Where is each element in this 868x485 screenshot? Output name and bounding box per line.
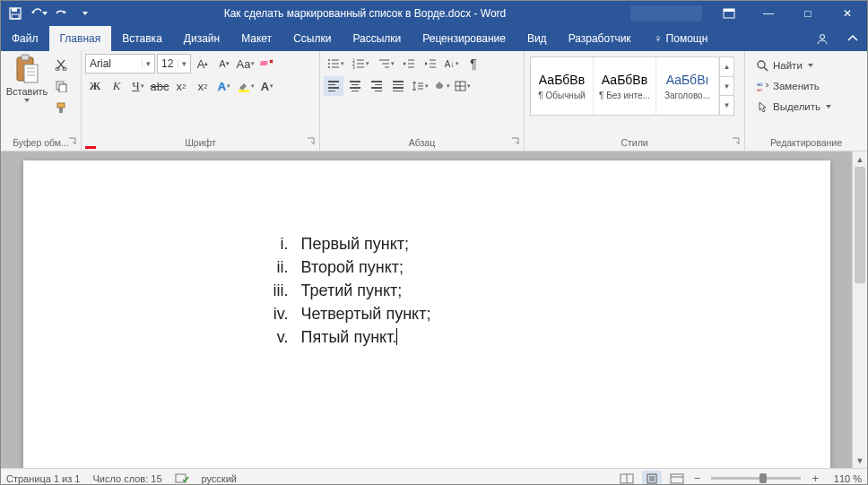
ribbon-display-options-button[interactable] — [709, 1, 749, 26]
document-scroll[interactable]: i.Первый пункт;ii.Второй пункт;iii.Трети… — [1, 152, 852, 468]
svg-text:3: 3 — [352, 65, 355, 69]
share-button[interactable] — [806, 26, 838, 51]
list-item[interactable]: i.Первый пункт; — [77, 232, 777, 255]
decrease-font-size-button[interactable]: A▾ — [214, 54, 234, 74]
multilevel-list-button[interactable] — [374, 54, 397, 74]
collapse-ribbon-button[interactable] — [838, 26, 867, 51]
styles-dialog-launcher[interactable] — [731, 136, 742, 148]
zoom-slider[interactable] — [711, 477, 801, 480]
strikethrough-button[interactable]: abc — [150, 76, 169, 96]
tab-разработчик[interactable]: Разработчик — [558, 26, 642, 51]
read-mode-button[interactable] — [617, 471, 637, 486]
align-right-button[interactable] — [367, 76, 386, 96]
style-item-2[interactable]: АаБбВıЗаголово... — [656, 57, 719, 115]
sort-button[interactable]: A↓ — [442, 54, 462, 74]
font-color-button[interactable]: A — [257, 76, 277, 96]
editing-group-label: Редактирование — [745, 134, 867, 151]
page[interactable]: i.Первый пункт;ii.Второй пункт;iii.Трети… — [23, 160, 830, 468]
maximize-button[interactable]: □ — [788, 1, 828, 26]
change-case-button[interactable]: Aa — [236, 54, 256, 74]
list-item[interactable]: iv.Четвертый пункт; — [77, 302, 777, 325]
cut-button[interactable] — [51, 56, 71, 74]
list-item[interactable]: v.Пятый пункт. — [77, 325, 777, 349]
numbering-button[interactable]: 123 — [349, 54, 372, 74]
styles-more[interactable]: ▼ — [720, 96, 733, 115]
quick-access-toolbar — [1, 4, 100, 22]
scroll-down-button[interactable]: ▼ — [853, 453, 867, 468]
bold-button[interactable]: Ж — [85, 76, 105, 96]
tab-главная[interactable]: Главная — [49, 26, 112, 51]
format-painter-button[interactable] — [51, 99, 71, 117]
styles-group-label: Стили — [525, 134, 744, 151]
shading-button[interactable] — [431, 76, 451, 96]
paste-button[interactable]: Вставить — [4, 54, 49, 134]
style-item-0[interactable]: АаБбВв¶ Обычный — [531, 57, 594, 115]
tab-рецензирование[interactable]: Рецензирование — [412, 26, 516, 51]
close-button[interactable]: ✕ — [828, 1, 867, 26]
superscript-button[interactable]: x2 — [193, 76, 213, 96]
tab-вставка[interactable]: Вставка — [111, 26, 173, 51]
clipboard-dialog-launcher[interactable] — [67, 136, 79, 148]
style-item-1[interactable]: АаБбВв¶ Без инте... — [594, 57, 656, 115]
tab-дизайн[interactable]: Дизайн — [173, 26, 230, 51]
text-effects-button[interactable]: A — [214, 76, 234, 96]
redo-button[interactable] — [53, 4, 71, 22]
tab-файл[interactable]: Файл — [1, 26, 49, 51]
styles-row-up[interactable]: ▲ — [720, 57, 733, 77]
font-name-combo[interactable]: Arial▾ — [85, 54, 155, 74]
select-button[interactable]: Выделить — [752, 97, 835, 117]
styles-row-down[interactable]: ▼ — [720, 77, 733, 97]
justify-button[interactable] — [388, 76, 408, 96]
font-size-combo[interactable]: 12▾ — [157, 54, 191, 74]
subscript-button[interactable]: x2 — [171, 76, 191, 96]
zoom-thumb[interactable] — [760, 473, 767, 483]
borders-button[interactable] — [453, 76, 473, 96]
customize-qat-button[interactable] — [76, 4, 94, 22]
account-badge[interactable] — [630, 5, 702, 22]
bullets-button[interactable] — [324, 54, 347, 74]
copy-button[interactable] — [51, 77, 71, 95]
line-spacing-button[interactable] — [410, 76, 430, 96]
undo-button[interactable] — [30, 4, 48, 22]
find-button[interactable]: Найти — [752, 56, 835, 75]
clear-formatting-button[interactable] — [257, 54, 277, 74]
status-bar: Страница 1 из 1 Число слов: 15 русский −… — [1, 468, 867, 485]
highlight-button[interactable] — [236, 76, 256, 96]
underline-button[interactable]: Ч — [128, 76, 148, 96]
show-marks-button[interactable]: ¶ — [464, 54, 483, 74]
paragraph-dialog-launcher[interactable] — [510, 136, 522, 148]
increase-font-size-button[interactable]: A▴ — [193, 54, 213, 74]
scroll-track[interactable] — [853, 167, 867, 453]
word-count[interactable]: Число слов: 15 — [92, 473, 161, 484]
replace-button[interactable]: abacЗаменить — [752, 76, 835, 96]
list-item[interactable]: iii.Третий пункт; — [77, 279, 777, 302]
scroll-up-button[interactable]: ▲ — [853, 152, 867, 167]
zoom-level[interactable]: 110 % — [826, 473, 862, 484]
increase-indent-button[interactable] — [421, 54, 440, 74]
web-layout-button[interactable] — [667, 471, 687, 486]
zoom-in-button[interactable]: + — [810, 472, 820, 485]
tab-рассылки[interactable]: Рассылки — [342, 26, 412, 51]
tab-вид[interactable]: Вид — [516, 26, 558, 51]
list-text: Четвертый пункт; — [301, 302, 431, 325]
vertical-scrollbar[interactable]: ▲ ▼ — [852, 152, 867, 468]
document-area: i.Первый пункт;ii.Второй пункт;iii.Трети… — [1, 152, 867, 468]
language-indicator[interactable]: русский — [202, 473, 237, 484]
spellcheck-icon[interactable] — [175, 472, 189, 484]
page-indicator[interactable]: Страница 1 из 1 — [6, 473, 80, 484]
align-center-button[interactable] — [345, 76, 365, 96]
font-dialog-launcher[interactable] — [306, 136, 317, 148]
tab-макет[interactable]: Макет — [230, 26, 282, 51]
align-left-button[interactable] — [324, 76, 343, 96]
italic-button[interactable]: К — [107, 76, 126, 96]
style-preview: АаБбВв — [602, 73, 647, 87]
list-item[interactable]: ii.Второй пункт; — [77, 255, 777, 279]
zoom-out-button[interactable]: − — [692, 472, 703, 485]
decrease-indent-button[interactable] — [399, 54, 419, 74]
tab-ссылки[interactable]: Ссылки — [282, 26, 342, 51]
print-layout-button[interactable] — [642, 471, 662, 486]
scroll-thumb[interactable] — [855, 167, 865, 283]
minimize-button[interactable]: — — [749, 1, 788, 26]
save-button[interactable] — [6, 4, 24, 22]
tell-me-tab[interactable]: ♀Помощн — [644, 26, 719, 51]
